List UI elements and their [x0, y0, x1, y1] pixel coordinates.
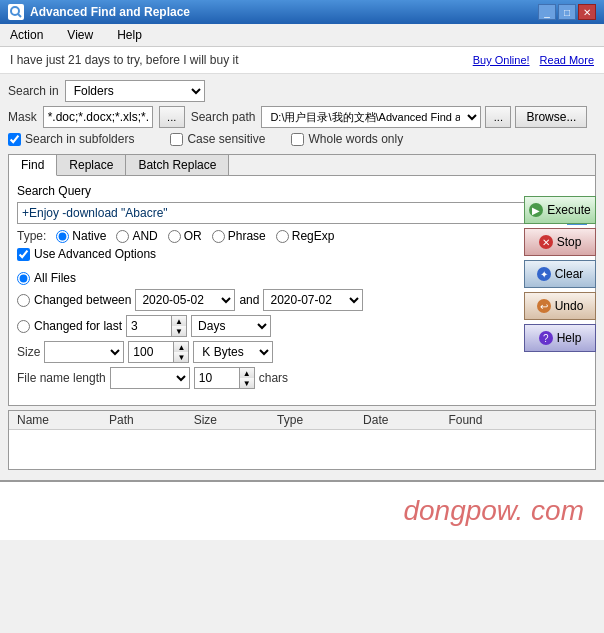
- menu-help[interactable]: Help: [111, 26, 148, 44]
- col-size: Size: [194, 413, 217, 427]
- days-input[interactable]: [126, 315, 171, 337]
- filename-unit-label: chars: [259, 371, 288, 385]
- search-path-select[interactable]: D:\用户目录\我的文档\Advanced Find and Replace: [261, 106, 481, 128]
- changed-for-last-row: Changed for last ▲ ▼ Days: [17, 315, 587, 337]
- action-buttons: ▶ Execute ✕ Stop ✦ Clear ↩ Undo ? Help: [524, 196, 596, 352]
- tabs-container: Find Replace Batch Replace Search Query …: [8, 154, 596, 406]
- tabs-header: Find Replace Batch Replace: [9, 155, 595, 176]
- size-unit-select[interactable]: K Bytes: [193, 341, 273, 363]
- size-input[interactable]: [128, 341, 173, 363]
- help-button[interactable]: ? Help: [524, 324, 596, 352]
- read-more-link[interactable]: Read More: [540, 54, 594, 66]
- mask-input[interactable]: [43, 106, 153, 128]
- changed-for-last-radio[interactable]: [17, 320, 30, 333]
- type-phrase-label: Phrase: [228, 229, 266, 243]
- results-area: Name Path Size Type Date Found: [8, 410, 596, 470]
- type-regexp-radio[interactable]: [276, 230, 289, 243]
- main-content: Search in Folders Mask ... Search path D…: [0, 74, 604, 480]
- days-down-arrow[interactable]: ▼: [172, 326, 186, 336]
- search-in-row: Search in Folders: [8, 80, 596, 102]
- undo-label: Undo: [555, 299, 584, 313]
- days-spinner: ▲ ▼: [126, 315, 187, 337]
- title-bar: Advanced Find and Replace _ □ ✕: [0, 0, 604, 24]
- mask-browse-button[interactable]: ...: [159, 106, 185, 128]
- type-native-radio[interactable]: [56, 230, 69, 243]
- filename-input[interactable]: [194, 367, 239, 389]
- menu-view[interactable]: View: [61, 26, 99, 44]
- date-from-select[interactable]: 2020-05-02: [135, 289, 235, 311]
- app-icon: [8, 4, 24, 20]
- date-to-select[interactable]: 2020-07-02: [263, 289, 363, 311]
- type-and-radio[interactable]: [116, 230, 129, 243]
- all-files-row: All Files: [17, 271, 587, 285]
- help-label: Help: [557, 331, 582, 345]
- execute-label: Execute: [547, 203, 590, 217]
- menu-bar: Action View Help: [0, 24, 604, 47]
- size-down-arrow[interactable]: ▼: [174, 352, 188, 362]
- filename-spinner: ▲ ▼: [194, 367, 255, 389]
- tab-replace[interactable]: Replace: [57, 155, 126, 175]
- mask-path-row: Mask ... Search path D:\用户目录\我的文档\Advanc…: [8, 106, 596, 128]
- changed-between-radio[interactable]: [17, 294, 30, 307]
- days-up-arrow[interactable]: ▲: [172, 316, 186, 326]
- find-tab-content: Search Query ▼ Type: Native AND: [9, 176, 595, 405]
- clear-label: Clear: [555, 267, 584, 281]
- maximize-button[interactable]: □: [558, 4, 576, 20]
- col-path: Path: [109, 413, 134, 427]
- path-browse-small-button[interactable]: ...: [485, 106, 511, 128]
- buy-online-link[interactable]: Buy Online!: [473, 54, 530, 66]
- filename-up-arrow[interactable]: ▲: [240, 368, 254, 378]
- stop-button[interactable]: ✕ Stop: [524, 228, 596, 256]
- whole-words-checkbox[interactable]: [291, 133, 304, 146]
- size-label: Size: [17, 345, 40, 359]
- stop-label: Stop: [557, 235, 582, 249]
- browse-button[interactable]: Browse...: [515, 106, 587, 128]
- col-type: Type: [277, 413, 303, 427]
- close-button[interactable]: ✕: [578, 4, 596, 20]
- col-date: Date: [363, 413, 388, 427]
- search-in-label: Search in: [8, 84, 59, 98]
- execute-icon: ▶: [529, 203, 543, 217]
- type-phrase-radio[interactable]: [212, 230, 225, 243]
- stop-icon: ✕: [539, 235, 553, 249]
- type-label: Type:: [17, 229, 46, 243]
- size-compare-select[interactable]: [44, 341, 124, 363]
- days-unit-select[interactable]: Days: [191, 315, 271, 337]
- changed-between-row: Changed between 2020-05-02 and 2020-07-0…: [17, 289, 587, 311]
- type-row: Type: Native AND OR Phr: [17, 229, 587, 243]
- type-native-label: Native: [72, 229, 106, 243]
- menu-action[interactable]: Action: [4, 26, 49, 44]
- promo-bar: I have just 21 days to try, before I wil…: [0, 47, 604, 74]
- filename-down-arrow[interactable]: ▼: [240, 378, 254, 388]
- all-files-label: All Files: [34, 271, 76, 285]
- mask-label: Mask: [8, 110, 37, 124]
- all-files-radio[interactable]: [17, 272, 30, 285]
- tab-batch-replace[interactable]: Batch Replace: [126, 155, 229, 175]
- col-found: Found: [448, 413, 482, 427]
- whole-words-label: Whole words only: [308, 132, 403, 146]
- search-subfolders-checkbox[interactable]: [8, 133, 21, 146]
- col-name: Name: [17, 413, 49, 427]
- svg-point-0: [11, 7, 19, 15]
- file-options: All Files Changed between 2020-05-02 and…: [17, 267, 587, 397]
- size-up-arrow[interactable]: ▲: [174, 342, 188, 352]
- tab-find[interactable]: Find: [9, 155, 57, 176]
- case-sensitive-checkbox[interactable]: [170, 133, 183, 146]
- search-in-select[interactable]: Folders: [65, 80, 205, 102]
- clear-button[interactable]: ✦ Clear: [524, 260, 596, 288]
- use-advanced-checkbox[interactable]: [17, 248, 30, 261]
- minimize-button[interactable]: _: [538, 4, 556, 20]
- undo-icon: ↩: [537, 299, 551, 313]
- filename-compare-select[interactable]: [110, 367, 190, 389]
- changed-for-label: Changed for last: [34, 319, 122, 333]
- undo-button[interactable]: ↩ Undo: [524, 292, 596, 320]
- help-icon: ?: [539, 331, 553, 345]
- use-advanced-label: Use Advanced Options: [34, 247, 156, 261]
- filename-length-label: File name length: [17, 371, 106, 385]
- type-or-radio[interactable]: [168, 230, 181, 243]
- window-title: Advanced Find and Replace: [30, 5, 190, 19]
- search-query-input[interactable]: [17, 202, 567, 224]
- execute-button[interactable]: ▶ Execute: [524, 196, 596, 224]
- and-label: and: [239, 293, 259, 307]
- watermark-text: dongpow. com: [403, 495, 584, 527]
